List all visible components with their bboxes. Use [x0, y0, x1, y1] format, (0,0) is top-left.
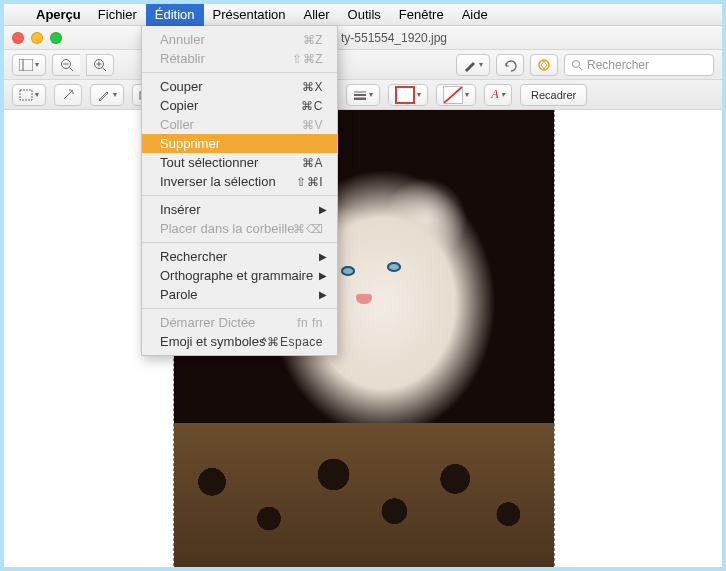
preview-window: ty-551554_1920.jpg ▾ ▾: [4, 26, 722, 567]
menu-item-copier[interactable]: Copier⌘C: [142, 96, 337, 115]
submenu-arrow-icon: ▶: [319, 251, 327, 262]
border-color-swatch: [395, 86, 415, 104]
minimize-button[interactable]: [31, 32, 43, 44]
fill-color-swatch: [443, 86, 463, 104]
submenu-arrow-icon: ▶: [319, 204, 327, 215]
rotate-button[interactable]: [496, 54, 524, 76]
zoom-out-icon: [60, 58, 74, 72]
menu-presentation[interactable]: Présentation: [204, 4, 295, 26]
markup-toolbar: ▾ ▾ ▾ A ▾ ▾: [4, 80, 722, 110]
menu-item-label: Inverser la sélection: [160, 174, 276, 189]
menu-item-shortcut: ^⌘Espace: [261, 335, 323, 349]
pencil-outline-icon: [97, 88, 111, 102]
svg-line-3: [69, 67, 73, 71]
menu-item-label: Emoji et symboles: [160, 334, 265, 349]
instant-alpha-button[interactable]: [54, 84, 82, 106]
submenu-arrow-icon: ▶: [319, 270, 327, 281]
menu-item-coller: Coller⌘V: [142, 115, 337, 134]
menu-item-shortcut: ⌘X: [302, 80, 323, 94]
svg-point-14: [71, 90, 73, 92]
menu-item-label: Démarrer Dictée: [160, 315, 255, 330]
menu-item-label: Copier: [160, 98, 198, 113]
zoom-in-button[interactable]: [86, 54, 114, 76]
menu-item-shortcut: ⌘C: [301, 99, 323, 113]
menu-item-label: Supprimer: [160, 136, 220, 151]
selection-tool-button[interactable]: ▾: [12, 84, 46, 106]
zoom-in-icon: [93, 58, 107, 72]
menu-item-tout-s-lectionner[interactable]: Tout sélectionner⌘A: [142, 153, 337, 172]
menu-item-shortcut: ⌘Z: [303, 33, 323, 47]
lines-icon: [353, 90, 367, 100]
menu-item-orthographe-et-grammaire[interactable]: Orthographe et grammaire▶: [142, 266, 337, 285]
svg-line-13: [64, 91, 72, 99]
line-weight-button[interactable]: ▾: [346, 84, 380, 106]
selection-icon: [19, 89, 33, 101]
cat-nose: [356, 294, 372, 304]
menu-item-supprimer[interactable]: Supprimer: [142, 134, 337, 153]
menu-item-parole[interactable]: Parole▶: [142, 285, 337, 304]
menu-item-shortcut: ⌘A: [302, 156, 323, 170]
menu-item-label: Parole: [160, 287, 198, 302]
sidebar-toggle-button[interactable]: ▾: [12, 54, 46, 76]
menu-item-d-marrer-dict-e: Démarrer Dictéefn fn: [142, 313, 337, 332]
menu-item-annuler: Annuler⌘Z: [142, 30, 337, 49]
svg-line-29: [444, 87, 462, 103]
highlight-button[interactable]: [530, 54, 558, 76]
highlight-icon: [537, 58, 551, 72]
zoom-out-button[interactable]: [52, 54, 80, 76]
zoom-button[interactable]: [50, 32, 62, 44]
menu-item-shortcut: ⌘V: [302, 118, 323, 132]
rotate-icon: [503, 58, 517, 72]
menu-item-inverser-la-s-lection[interactable]: Inverser la sélection⇧⌘I: [142, 172, 337, 191]
traffic-lights: [12, 32, 62, 44]
main-toolbar: ▾ ▾ Rechercher: [4, 50, 722, 80]
menu-outils[interactable]: Outils: [339, 4, 390, 26]
menubar: Aperçu Fichier Édition Présentation Alle…: [4, 4, 722, 26]
titlebar: ty-551554_1920.jpg: [4, 26, 722, 50]
svg-rect-0: [19, 59, 33, 71]
sketch-button[interactable]: ▾: [90, 84, 124, 106]
menu-item-shortcut: ⇧⌘I: [296, 175, 323, 189]
menu-item-label: Couper: [160, 79, 203, 94]
markup-button[interactable]: ▾: [456, 54, 490, 76]
menu-item-label: Tout sélectionner: [160, 155, 258, 170]
cat-eye-right: [387, 262, 401, 272]
menu-item-placer-dans-la-corbeille: Placer dans la corbeille⌘⌫: [142, 219, 337, 238]
svg-rect-12: [20, 90, 32, 100]
fill-color-button[interactable]: ▾: [436, 84, 476, 106]
menu-aide[interactable]: Aide: [453, 4, 497, 26]
menu-item-ins-rer[interactable]: Insérer▶: [142, 200, 337, 219]
menu-edition[interactable]: Édition: [146, 4, 204, 26]
menu-item-label: Rétablir: [160, 51, 205, 66]
svg-line-11: [579, 67, 582, 70]
edition-dropdown: Annuler⌘ZRétablir⇧⌘ZCouper⌘XCopier⌘CColl…: [141, 26, 338, 356]
menu-fenetre[interactable]: Fenêtre: [390, 4, 453, 26]
canvas[interactable]: [4, 110, 722, 567]
menu-item-label: Placer dans la corbeille: [160, 221, 294, 236]
border-color-button[interactable]: ▾: [388, 84, 428, 106]
text-style-button[interactable]: A▾: [484, 84, 512, 106]
leopard-fabric: [174, 423, 554, 567]
sidebar-icon: [19, 59, 33, 71]
menu-item-shortcut: ⇧⌘Z: [292, 52, 323, 66]
search-placeholder: Rechercher: [587, 58, 649, 72]
menu-item-shortcut: fn fn: [297, 316, 323, 330]
menu-fichier[interactable]: Fichier: [89, 4, 146, 26]
menu-item-label: Orthographe et grammaire: [160, 268, 313, 283]
menu-item-label: Rechercher: [160, 249, 227, 264]
submenu-arrow-icon: ▶: [319, 289, 327, 300]
menu-item-emoji-et-symboles[interactable]: Emoji et symboles^⌘Espace: [142, 332, 337, 351]
menu-item-couper[interactable]: Couper⌘X: [142, 77, 337, 96]
search-field[interactable]: Rechercher: [564, 54, 714, 76]
menu-item-label: Annuler: [160, 32, 205, 47]
menu-item-r-tablir: Rétablir⇧⌘Z: [142, 49, 337, 68]
svg-point-10: [573, 60, 580, 67]
close-button[interactable]: [12, 32, 24, 44]
app-name[interactable]: Aperçu: [28, 7, 89, 22]
menu-item-label: Insérer: [160, 202, 200, 217]
menu-aller[interactable]: Aller: [295, 4, 339, 26]
menu-item-rechercher[interactable]: Rechercher▶: [142, 247, 337, 266]
wand-icon: [61, 88, 75, 102]
crop-button[interactable]: Recadrer: [520, 84, 587, 106]
menu-item-label: Coller: [160, 117, 194, 132]
